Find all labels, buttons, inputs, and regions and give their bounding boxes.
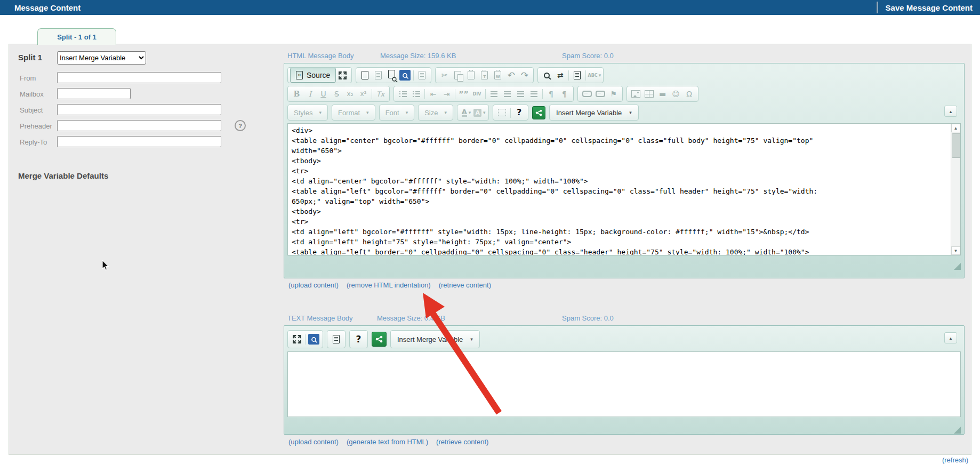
text-preview-browser-button[interactable]: [307, 332, 320, 346]
resize-handle-icon[interactable]: [954, 427, 961, 434]
remove-format-button[interactable]: Tx: [374, 87, 387, 101]
source-button[interactable]: Source: [290, 68, 336, 83]
templates-icon: [419, 71, 425, 79]
retrieve-content-link[interactable]: (retrieve content): [439, 281, 491, 289]
text-select-all-button[interactable]: [330, 332, 343, 346]
align-justify-button[interactable]: [527, 87, 541, 101]
select-all-button[interactable]: [571, 68, 584, 82]
upload-content-link[interactable]: (upload content): [288, 438, 339, 446]
div-container-button[interactable]: DIV: [470, 87, 484, 101]
html-toolbar-collapse-button[interactable]: ▴: [944, 106, 957, 117]
undo-button[interactable]: ↶: [504, 68, 518, 82]
templates-button[interactable]: [415, 68, 429, 82]
share-button[interactable]: [532, 106, 545, 119]
text-direction-ltr-button[interactable]: ¶: [544, 87, 558, 101]
subject-input[interactable]: [57, 104, 221, 115]
text-direction-rtl-button[interactable]: ¶: [558, 87, 571, 101]
source-scrollbar[interactable]: ▲ ▼: [951, 124, 960, 255]
bold-button[interactable]: B: [290, 87, 303, 101]
resize-handle-icon[interactable]: [954, 263, 961, 270]
link-button[interactable]: [580, 87, 593, 101]
from-input[interactable]: [57, 72, 221, 83]
tab-split-1[interactable]: Split - 1 of 1: [37, 28, 116, 45]
show-blocks-button[interactable]: [495, 106, 509, 119]
cut-button[interactable]: ✂: [438, 68, 451, 82]
text-body-textarea[interactable]: [287, 351, 961, 417]
link-icon: [582, 91, 592, 97]
align-left-button[interactable]: [487, 87, 501, 101]
scrollbar-up-button[interactable]: ▲: [951, 124, 960, 132]
maximize-icon: [339, 71, 347, 79]
align-right-button[interactable]: [514, 87, 527, 101]
text-message-body-label: TEXT Message Body: [287, 314, 353, 322]
save-icon: [375, 71, 382, 79]
text-message-size: Message Size: 0.4 KB: [377, 314, 445, 322]
html-message-size: Message Size: 159.6 KB: [380, 52, 456, 60]
paste-text-button[interactable]: T: [478, 68, 491, 82]
styles-dropdown[interactable]: Styles▾: [290, 106, 325, 119]
font-dropdown[interactable]: Font▾: [382, 106, 412, 119]
image-button[interactable]: [629, 87, 642, 101]
table-button[interactable]: [642, 87, 656, 101]
spell-check-icon: ABC: [588, 73, 598, 78]
refresh-link[interactable]: (refresh): [942, 456, 968, 464]
copy-button[interactable]: [451, 68, 464, 82]
text-about-help-button[interactable]: ?: [352, 332, 365, 346]
preheader-input[interactable]: [57, 120, 221, 131]
save-template-button[interactable]: [372, 68, 385, 82]
anchor-button[interactable]: ⚑: [607, 87, 620, 101]
numbered-list-button[interactable]: [396, 87, 409, 101]
size-dropdown[interactable]: Size▾: [421, 106, 451, 119]
mailbox-input[interactable]: [57, 88, 131, 99]
scrollbar-thumb[interactable]: [952, 133, 961, 158]
paste-word-button[interactable]: W: [491, 68, 504, 82]
new-page-button[interactable]: [358, 68, 372, 82]
redo-button[interactable]: ↷: [518, 68, 531, 82]
find-button[interactable]: [540, 68, 553, 82]
mailbox-label: Mailbox: [20, 90, 44, 98]
remove-html-indentation-link[interactable]: (remove HTML indentation): [347, 281, 431, 289]
strikethrough-button[interactable]: S: [330, 87, 343, 101]
spell-check-button[interactable]: ABC ▾: [588, 68, 601, 82]
text-editor: ? Insert Merge Variable ▾ ▴: [284, 325, 965, 435]
generate-text-from-html-link[interactable]: (generate text from HTML): [347, 438, 428, 446]
text-color-button[interactable]: A▾: [460, 106, 473, 119]
preview-browser-button[interactable]: [398, 68, 412, 82]
about-help-button[interactable]: ?: [512, 106, 526, 119]
reply-to-input[interactable]: [57, 136, 221, 147]
unlink-button[interactable]: [593, 87, 607, 101]
upload-content-link[interactable]: (upload content): [288, 281, 339, 289]
text-maximize-button[interactable]: [290, 332, 303, 346]
outdent-button[interactable]: ⇤: [427, 87, 440, 101]
retrieve-content-link[interactable]: (retrieve content): [436, 438, 488, 446]
html-editor-links: (upload content) (remove HTML indentatio…: [288, 281, 491, 289]
horizontal-rule-button[interactable]: ▬: [656, 87, 669, 101]
scrollbar-down-button[interactable]: ▼: [951, 246, 960, 255]
html-source-textarea[interactable]: <div> <table align="center" bgcolor="#ff…: [287, 123, 961, 255]
replace-button[interactable]: ⇄: [553, 68, 567, 82]
subscript-button[interactable]: x₂: [343, 87, 357, 101]
smiley-button[interactable]: ☺: [669, 87, 682, 101]
maximize-button[interactable]: [336, 68, 349, 82]
bulleted-list-icon: [413, 91, 420, 97]
insert-merge-variable-select[interactable]: Insert Merge Variable: [57, 51, 146, 65]
special-char-button[interactable]: Ω: [682, 87, 696, 101]
preview-button[interactable]: [385, 68, 398, 82]
indent-button[interactable]: ⇥: [440, 87, 453, 101]
align-center-button[interactable]: [501, 87, 514, 101]
superscript-button[interactable]: x²: [357, 87, 370, 101]
bg-color-button[interactable]: A▾: [473, 106, 486, 119]
preheader-help-icon[interactable]: ?: [235, 120, 246, 131]
paste-button[interactable]: [464, 68, 478, 82]
html-insert-merge-variable-button[interactable]: Insert Merge Variable ▾: [549, 105, 639, 121]
subject-label: Subject: [20, 106, 43, 114]
save-message-content-button[interactable]: Save Message Content: [886, 3, 980, 12]
format-dropdown[interactable]: Format▾: [334, 106, 373, 119]
bulleted-list-button[interactable]: [409, 87, 423, 101]
text-insert-merge-variable-button[interactable]: Insert Merge Variable ▾: [390, 330, 480, 348]
italic-button[interactable]: I: [303, 87, 317, 101]
underline-button[interactable]: U: [317, 87, 330, 101]
text-share-button[interactable]: [372, 332, 387, 347]
text-toolbar-collapse-button[interactable]: ▴: [944, 332, 957, 343]
blockquote-button[interactable]: ””: [457, 87, 470, 101]
